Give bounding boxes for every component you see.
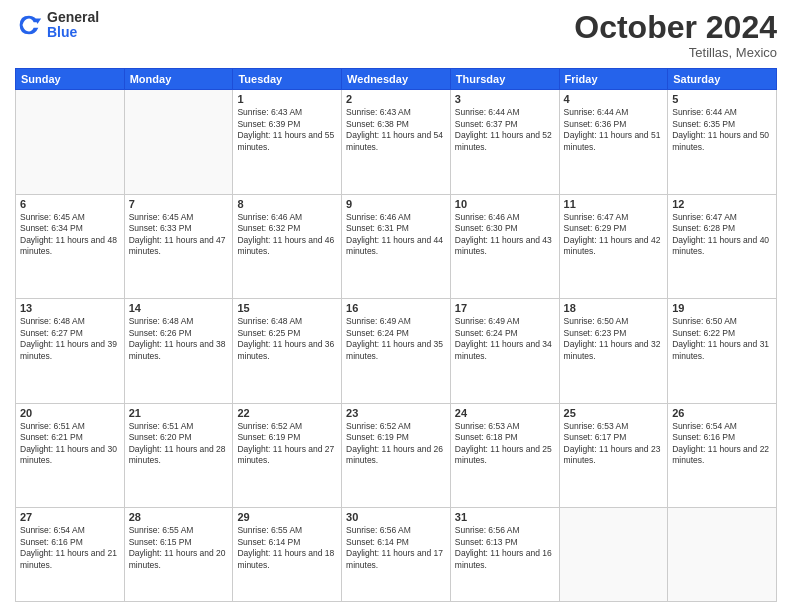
day-detail: Sunrise: 6:44 AMSunset: 6:36 PMDaylight:… (564, 107, 664, 153)
daylight-text: Daylight: 11 hours and 44 minutes. (346, 235, 446, 258)
daylight-text: Daylight: 11 hours and 46 minutes. (237, 235, 337, 258)
sunrise-text: Sunrise: 6:46 AM (346, 212, 446, 223)
sunset-text: Sunset: 6:16 PM (672, 432, 772, 443)
logo: General Blue (15, 10, 99, 41)
sunrise-text: Sunrise: 6:46 AM (455, 212, 555, 223)
col-tuesday: Tuesday (233, 69, 342, 90)
sunrise-text: Sunrise: 6:56 AM (346, 525, 446, 536)
day-number: 6 (20, 198, 120, 210)
day-number: 3 (455, 93, 555, 105)
day-detail: Sunrise: 6:54 AMSunset: 6:16 PMDaylight:… (20, 525, 120, 571)
sunrise-text: Sunrise: 6:48 AM (20, 316, 120, 327)
day-detail: Sunrise: 6:46 AMSunset: 6:31 PMDaylight:… (346, 212, 446, 258)
cell-4-4: 31Sunrise: 6:56 AMSunset: 6:13 PMDayligh… (450, 508, 559, 602)
cell-2-6: 19Sunrise: 6:50 AMSunset: 6:22 PMDayligh… (668, 299, 777, 404)
cell-0-1 (124, 90, 233, 195)
sunrise-text: Sunrise: 6:47 AM (672, 212, 772, 223)
sunset-text: Sunset: 6:27 PM (20, 328, 120, 339)
cell-1-2: 8Sunrise: 6:46 AMSunset: 6:32 PMDaylight… (233, 194, 342, 299)
header-row: Sunday Monday Tuesday Wednesday Thursday… (16, 69, 777, 90)
daylight-text: Daylight: 11 hours and 17 minutes. (346, 548, 446, 571)
cell-3-6: 26Sunrise: 6:54 AMSunset: 6:16 PMDayligh… (668, 403, 777, 508)
daylight-text: Daylight: 11 hours and 25 minutes. (455, 444, 555, 467)
daylight-text: Daylight: 11 hours and 22 minutes. (672, 444, 772, 467)
sunrise-text: Sunrise: 6:47 AM (564, 212, 664, 223)
day-detail: Sunrise: 6:56 AMSunset: 6:13 PMDaylight:… (455, 525, 555, 571)
col-thursday: Thursday (450, 69, 559, 90)
sunrise-text: Sunrise: 6:56 AM (455, 525, 555, 536)
logo-icon (15, 11, 43, 39)
day-number: 17 (455, 302, 555, 314)
col-saturday: Saturday (668, 69, 777, 90)
cell-0-5: 4Sunrise: 6:44 AMSunset: 6:36 PMDaylight… (559, 90, 668, 195)
day-number: 5 (672, 93, 772, 105)
daylight-text: Daylight: 11 hours and 51 minutes. (564, 130, 664, 153)
daylight-text: Daylight: 11 hours and 28 minutes. (129, 444, 229, 467)
day-number: 28 (129, 511, 229, 523)
day-number: 27 (20, 511, 120, 523)
week-row-2: 13Sunrise: 6:48 AMSunset: 6:27 PMDayligh… (16, 299, 777, 404)
daylight-text: Daylight: 11 hours and 43 minutes. (455, 235, 555, 258)
cell-4-1: 28Sunrise: 6:55 AMSunset: 6:15 PMDayligh… (124, 508, 233, 602)
daylight-text: Daylight: 11 hours and 31 minutes. (672, 339, 772, 362)
sunset-text: Sunset: 6:17 PM (564, 432, 664, 443)
cell-1-1: 7Sunrise: 6:45 AMSunset: 6:33 PMDaylight… (124, 194, 233, 299)
sunset-text: Sunset: 6:34 PM (20, 223, 120, 234)
sunset-text: Sunset: 6:20 PM (129, 432, 229, 443)
sunrise-text: Sunrise: 6:49 AM (455, 316, 555, 327)
cell-1-3: 9Sunrise: 6:46 AMSunset: 6:31 PMDaylight… (342, 194, 451, 299)
day-detail: Sunrise: 6:49 AMSunset: 6:24 PMDaylight:… (455, 316, 555, 362)
daylight-text: Daylight: 11 hours and 52 minutes. (455, 130, 555, 153)
logo-blue-text: Blue (47, 25, 99, 40)
day-number: 31 (455, 511, 555, 523)
calendar-page: General Blue October 2024 Tetillas, Mexi… (0, 0, 792, 612)
cell-4-5 (559, 508, 668, 602)
day-number: 25 (564, 407, 664, 419)
cell-2-3: 16Sunrise: 6:49 AMSunset: 6:24 PMDayligh… (342, 299, 451, 404)
daylight-text: Daylight: 11 hours and 34 minutes. (455, 339, 555, 362)
cell-3-2: 22Sunrise: 6:52 AMSunset: 6:19 PMDayligh… (233, 403, 342, 508)
cell-0-4: 3Sunrise: 6:44 AMSunset: 6:37 PMDaylight… (450, 90, 559, 195)
day-detail: Sunrise: 6:55 AMSunset: 6:15 PMDaylight:… (129, 525, 229, 571)
day-number: 15 (237, 302, 337, 314)
sunrise-text: Sunrise: 6:53 AM (564, 421, 664, 432)
sunrise-text: Sunrise: 6:43 AM (346, 107, 446, 118)
sunrise-text: Sunrise: 6:51 AM (20, 421, 120, 432)
cell-0-6: 5Sunrise: 6:44 AMSunset: 6:35 PMDaylight… (668, 90, 777, 195)
day-number: 4 (564, 93, 664, 105)
daylight-text: Daylight: 11 hours and 26 minutes. (346, 444, 446, 467)
day-number: 2 (346, 93, 446, 105)
day-number: 14 (129, 302, 229, 314)
sunset-text: Sunset: 6:39 PM (237, 119, 337, 130)
month-year: October 2024 (574, 10, 777, 45)
day-detail: Sunrise: 6:47 AMSunset: 6:28 PMDaylight:… (672, 212, 772, 258)
sunset-text: Sunset: 6:15 PM (129, 537, 229, 548)
daylight-text: Daylight: 11 hours and 30 minutes. (20, 444, 120, 467)
calendar-table: Sunday Monday Tuesday Wednesday Thursday… (15, 68, 777, 602)
day-detail: Sunrise: 6:51 AMSunset: 6:20 PMDaylight:… (129, 421, 229, 467)
sunset-text: Sunset: 6:31 PM (346, 223, 446, 234)
sunset-text: Sunset: 6:37 PM (455, 119, 555, 130)
day-detail: Sunrise: 6:43 AMSunset: 6:38 PMDaylight:… (346, 107, 446, 153)
sunrise-text: Sunrise: 6:45 AM (20, 212, 120, 223)
cell-1-6: 12Sunrise: 6:47 AMSunset: 6:28 PMDayligh… (668, 194, 777, 299)
daylight-text: Daylight: 11 hours and 32 minutes. (564, 339, 664, 362)
daylight-text: Daylight: 11 hours and 40 minutes. (672, 235, 772, 258)
cell-3-3: 23Sunrise: 6:52 AMSunset: 6:19 PMDayligh… (342, 403, 451, 508)
daylight-text: Daylight: 11 hours and 47 minutes. (129, 235, 229, 258)
cell-2-5: 18Sunrise: 6:50 AMSunset: 6:23 PMDayligh… (559, 299, 668, 404)
day-number: 26 (672, 407, 772, 419)
day-number: 21 (129, 407, 229, 419)
day-detail: Sunrise: 6:48 AMSunset: 6:26 PMDaylight:… (129, 316, 229, 362)
day-number: 16 (346, 302, 446, 314)
sunset-text: Sunset: 6:24 PM (346, 328, 446, 339)
col-sunday: Sunday (16, 69, 125, 90)
title-block: October 2024 Tetillas, Mexico (574, 10, 777, 60)
day-number: 1 (237, 93, 337, 105)
sunrise-text: Sunrise: 6:43 AM (237, 107, 337, 118)
sunset-text: Sunset: 6:29 PM (564, 223, 664, 234)
col-wednesday: Wednesday (342, 69, 451, 90)
daylight-text: Daylight: 11 hours and 18 minutes. (237, 548, 337, 571)
day-detail: Sunrise: 6:50 AMSunset: 6:23 PMDaylight:… (564, 316, 664, 362)
cell-0-0 (16, 90, 125, 195)
